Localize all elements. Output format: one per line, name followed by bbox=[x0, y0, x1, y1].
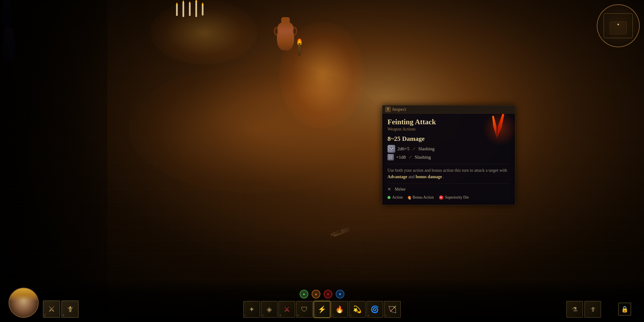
svg-point-7 bbox=[391, 156, 392, 157]
superiority-die-dot: ❖ bbox=[439, 195, 443, 200]
damage-row-2: +1d8 ⟋ Slashing bbox=[388, 154, 510, 160]
superiority-die-tag: ❖ Superiority Die bbox=[439, 195, 469, 200]
ability-slot-4-key: N bbox=[297, 314, 299, 317]
damage-row-1: 2d6+5 ⟋ Slashing bbox=[388, 145, 510, 153]
action-tag: Action bbox=[388, 195, 403, 200]
lock-icon: 🔒 bbox=[621, 306, 628, 313]
candle-1 bbox=[176, 4, 178, 16]
ability-slot-2[interactable]: ◈ V bbox=[261, 301, 278, 318]
description-body: Use both your action and bonus action th… bbox=[388, 168, 507, 172]
ability-slot-3[interactable]: ⚔ B bbox=[278, 301, 295, 318]
status-info: ■ bbox=[336, 290, 344, 298]
status-active-turn: ● bbox=[300, 290, 308, 298]
ability-slot-7-key: 3 bbox=[350, 314, 352, 317]
left-dark-area bbox=[0, 0, 107, 322]
melee-line: ✕ Melee bbox=[388, 186, 510, 192]
weapon-slot-1-key: Z bbox=[44, 314, 46, 317]
svg-point-6 bbox=[390, 156, 390, 157]
candle-4 bbox=[195, 1, 197, 17]
tooltip-body: Feinting Attack Weapon Actions 8~25 Dama… bbox=[382, 114, 515, 205]
advantage-highlight: Advantage bbox=[388, 174, 407, 179]
melee-icon: ✕ bbox=[388, 186, 393, 192]
character-portrait[interactable] bbox=[8, 288, 39, 318]
ability-slot-3-icon: ⚔ bbox=[284, 305, 290, 314]
portrait-face bbox=[9, 288, 38, 317]
action-icons-bar: ⚔ Z 🗡 X bbox=[43, 300, 78, 318]
ability-slot-1[interactable]: ✦ C bbox=[243, 301, 260, 318]
svg-point-4 bbox=[391, 149, 392, 150]
portrait-hair bbox=[9, 288, 38, 301]
damage-text-1: 2d6+5 ⟋ Slashing bbox=[397, 146, 434, 152]
melee-text: Melee bbox=[395, 187, 406, 192]
action-dot bbox=[388, 196, 390, 199]
ability-slot-5-key: 1 bbox=[315, 314, 316, 317]
weapon-slot-1[interactable]: ⚔ Z bbox=[43, 300, 60, 318]
action-label: Action bbox=[392, 195, 403, 200]
bonus-action-tag: ▲ Bonus Action bbox=[408, 195, 434, 200]
weapon-slot-1-icon: ⚔ bbox=[48, 304, 55, 314]
ability-slot-4[interactable]: 🛡 N bbox=[296, 301, 313, 318]
weapon-object bbox=[328, 221, 354, 242]
ability-slot-8-icon: 🌀 bbox=[370, 305, 379, 314]
action-tags: Action ▲ Bonus Action ❖ Superiority Die bbox=[388, 195, 510, 200]
bonus-damage-highlight: bonus damage bbox=[416, 174, 442, 179]
weapon-slot-2[interactable]: 🗡 X bbox=[62, 300, 78, 318]
status-danger: ♦ bbox=[324, 290, 332, 298]
status-warning: ▲ bbox=[312, 290, 320, 298]
svg-point-8 bbox=[390, 158, 390, 158]
ability-slot-9-icon: 🏹 bbox=[388, 305, 397, 314]
ability-slot-8-key: 4 bbox=[368, 314, 369, 317]
ability-slot-1-icon: ✦ bbox=[249, 305, 254, 314]
weapon-slot-2-key: X bbox=[63, 314, 64, 317]
bonus-action-dot: ▲ bbox=[408, 196, 411, 199]
description-period: . bbox=[443, 174, 444, 179]
lock-icon-corner[interactable]: 🔒 bbox=[618, 303, 631, 316]
torch-object bbox=[296, 39, 303, 56]
ability-slots-bar: ✦ C ◈ V ⚔ B 🛡 N ⚡ 1 🔥 2 bbox=[243, 301, 401, 318]
ability-slot-7[interactable]: 💫 3 bbox=[349, 301, 366, 318]
game-viewport: X:258 T Inspect Feinting Attack Weapon A… bbox=[0, 0, 644, 322]
ability-slot-9-key: 5 bbox=[385, 314, 387, 317]
inspect-label: Inspect bbox=[392, 107, 406, 112]
ability-slot-6-key: 2 bbox=[332, 314, 334, 317]
minimap[interactable]: X:258 bbox=[597, 4, 640, 47]
superiority-die-label: Superiority Die bbox=[445, 195, 469, 200]
ability-slot-3-key: B bbox=[280, 314, 281, 317]
svg-point-2 bbox=[390, 148, 391, 149]
svg-point-3 bbox=[392, 148, 393, 149]
weapon-icon bbox=[483, 112, 517, 146]
dice-icon-1 bbox=[388, 145, 395, 153]
svg-point-9 bbox=[391, 158, 392, 158]
bonus-action-label: Bonus Action bbox=[412, 195, 434, 200]
utility-icon-2[interactable]: 🗡 bbox=[584, 301, 601, 318]
ability-slot-8[interactable]: 🌀 4 bbox=[366, 301, 383, 318]
candle-5 bbox=[202, 4, 204, 16]
utility-icon-2-glyph: 🗡 bbox=[590, 306, 596, 313]
ability-slot-9[interactable]: 🏹 5 bbox=[384, 301, 401, 318]
utility-icon-1-glyph: ⚗ bbox=[572, 306, 578, 313]
inspect-key: T bbox=[385, 107, 391, 112]
ability-slot-5-icon: ⚡ bbox=[318, 305, 326, 314]
ability-slot-4-icon: 🛡 bbox=[301, 306, 308, 314]
weapon-slot-2-icon: 🗡 bbox=[66, 304, 74, 314]
description-text: Use both your action and bonus action th… bbox=[388, 164, 510, 180]
bottom-hud: ● ▲ ♦ ■ ⚔ Z 🗡 X bbox=[0, 279, 644, 322]
utility-icon-1[interactable]: ⚗ bbox=[566, 301, 583, 318]
ability-slot-7-icon: 💫 bbox=[353, 305, 362, 314]
ability-slot-2-key: V bbox=[262, 314, 264, 317]
vase-object bbox=[275, 17, 296, 52]
ability-slot-6[interactable]: 🔥 2 bbox=[331, 301, 348, 318]
ability-slot-6-icon: 🔥 bbox=[335, 305, 344, 314]
candle-2 bbox=[182, 2, 184, 17]
tooltip-panel: T Inspect Feinting Attack Weapon Actions… bbox=[382, 105, 515, 205]
center-action-bar: ● ▲ ♦ ■ bbox=[300, 290, 344, 298]
ability-slot-2-icon: ◈ bbox=[266, 305, 272, 314]
ability-slot-5[interactable]: ⚡ 1 bbox=[314, 301, 330, 318]
svg-rect-5 bbox=[389, 155, 393, 159]
dice-icon-2 bbox=[388, 154, 394, 160]
description-and: and bbox=[408, 174, 416, 179]
candle-3 bbox=[189, 3, 191, 16]
ability-slot-1-key: C bbox=[244, 314, 246, 317]
damage-text-2: +1d8 ⟋ Slashing bbox=[396, 154, 431, 160]
right-utility-bar: ⚗ 🗡 bbox=[566, 301, 601, 318]
